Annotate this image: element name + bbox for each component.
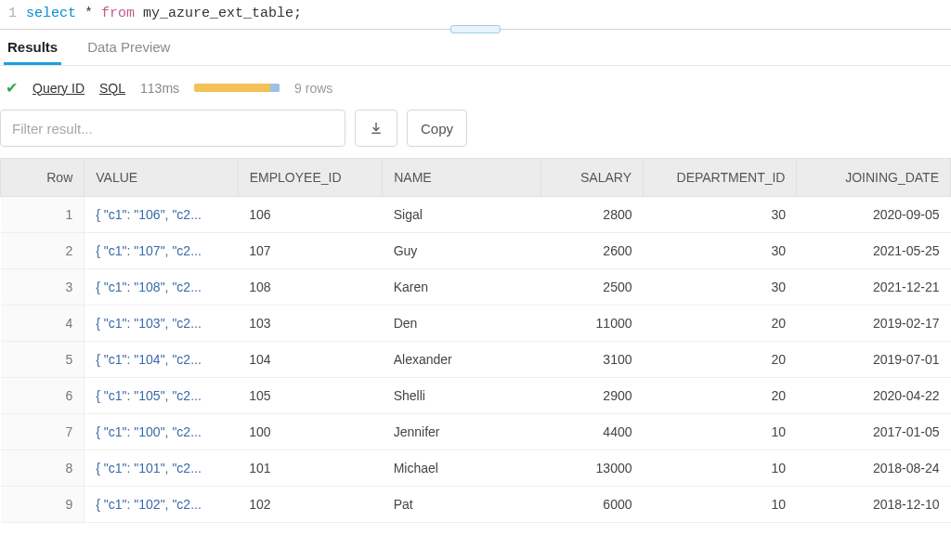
status-row: ✔ Query ID SQL 113ms 9 rows (0, 66, 951, 110)
cell-department-id: 20 (644, 306, 797, 342)
cell-employee-id: 104 (238, 342, 382, 378)
filter-input[interactable] (0, 110, 345, 147)
col-row[interactable]: Row (1, 159, 85, 197)
cell-value[interactable]: { "c1": "107", "c2... (85, 233, 238, 269)
col-joining-date[interactable]: JOINING_DATE (797, 159, 951, 197)
cell-salary: 2800 (541, 197, 643, 233)
cell-department-id: 30 (644, 233, 797, 269)
cell-department-id: 20 (644, 378, 797, 414)
cell-salary: 2600 (541, 233, 643, 269)
cell-salary: 6000 (541, 487, 643, 523)
cell-name: Pat (383, 487, 541, 523)
cell-salary: 11000 (541, 306, 643, 342)
col-salary[interactable]: SALARY (541, 159, 643, 197)
cell-rownum: 1 (1, 197, 85, 233)
col-name[interactable]: NAME (383, 159, 541, 197)
cell-name: Alexander (383, 342, 541, 378)
col-value[interactable]: VALUE (85, 159, 238, 197)
sql-editor[interactable]: 1 select * from my_azure_ext_table; (0, 0, 951, 30)
copy-button[interactable]: Copy (407, 110, 467, 147)
table-row[interactable]: 9{ "c1": "102", "c2...102Pat6000102018-1… (1, 487, 951, 523)
cell-salary: 2900 (541, 378, 643, 414)
col-department-id[interactable]: DEPARTMENT_ID (644, 159, 797, 197)
cell-value[interactable]: { "c1": "101", "c2... (85, 450, 238, 487)
table-row[interactable]: 7{ "c1": "100", "c2...100Jennifer4400102… (1, 414, 951, 450)
success-check-icon: ✔ (6, 79, 18, 97)
table-row[interactable]: 6{ "c1": "105", "c2...105Shelli290020202… (1, 378, 951, 414)
cell-value[interactable]: { "c1": "102", "c2... (85, 487, 238, 523)
cell-joining-date: 2017-01-05 (797, 414, 951, 450)
table-row[interactable]: 3{ "c1": "108", "c2...108Karen2500302021… (1, 269, 951, 306)
cell-value[interactable]: { "c1": "104", "c2... (85, 342, 238, 378)
query-duration-bar (194, 84, 280, 92)
editor-code: select * from my_azure_ext_table; (26, 6, 302, 21)
cell-employee-id: 102 (238, 487, 382, 523)
table-row[interactable]: 8{ "c1": "101", "c2...101Michael13000102… (1, 450, 951, 487)
cell-salary: 13000 (541, 450, 643, 487)
table-row[interactable]: 1{ "c1": "106", "c2...106Sigal2800302020… (1, 197, 951, 233)
query-duration: 113ms (140, 81, 179, 96)
cell-joining-date: 2019-07-01 (797, 342, 951, 378)
query-id-link[interactable]: Query ID (33, 81, 85, 96)
cell-joining-date: 2020-04-22 (797, 378, 951, 414)
row-count-label: 9 rows (294, 81, 332, 96)
cell-department-id: 30 (644, 197, 797, 233)
cell-joining-date: 2021-05-25 (797, 233, 951, 269)
cell-employee-id: 107 (238, 233, 382, 269)
cell-salary: 2500 (541, 269, 643, 306)
cell-department-id: 10 (644, 450, 797, 487)
cell-name: Guy (383, 233, 541, 269)
cell-joining-date: 2020-09-05 (797, 197, 951, 233)
result-tabs: Results Data Preview (0, 30, 951, 66)
cell-value[interactable]: { "c1": "103", "c2... (85, 306, 238, 342)
cell-name: Den (383, 306, 541, 342)
tab-results[interactable]: Results (4, 30, 61, 65)
cell-rownum: 3 (1, 269, 85, 306)
cell-rownum: 9 (1, 487, 85, 523)
cell-joining-date: 2018-12-10 (797, 487, 951, 523)
cell-joining-date: 2021-12-21 (797, 269, 951, 306)
kw-from: from (101, 6, 135, 21)
cell-name: Sigal (383, 197, 541, 233)
results-table: Row VALUE EMPLOYEE_ID NAME SALARY DEPART… (0, 158, 951, 523)
table-row[interactable]: 5{ "c1": "104", "c2...104Alexander310020… (1, 342, 951, 378)
cell-employee-id: 105 (238, 378, 382, 414)
cell-rownum: 8 (1, 450, 85, 487)
cell-rownum: 2 (1, 233, 85, 269)
cell-joining-date: 2019-02-17 (797, 306, 951, 342)
cell-rownum: 5 (1, 342, 85, 378)
cell-department-id: 10 (644, 414, 797, 450)
download-icon (369, 121, 384, 136)
cell-rownum: 7 (1, 414, 85, 450)
cell-department-id: 10 (644, 487, 797, 523)
table-row[interactable]: 4{ "c1": "103", "c2...103Den11000202019-… (1, 306, 951, 342)
cell-value[interactable]: { "c1": "105", "c2... (85, 378, 238, 414)
cell-salary: 4400 (541, 414, 643, 450)
cell-employee-id: 103 (238, 306, 382, 342)
pane-resize-handle[interactable] (450, 25, 501, 33)
cell-rownum: 4 (1, 306, 85, 342)
cell-name: Shelli (383, 378, 541, 414)
cell-value[interactable]: { "c1": "108", "c2... (85, 269, 238, 306)
cell-name: Jennifer (383, 414, 541, 450)
sql-link[interactable]: SQL (99, 81, 125, 96)
cell-value[interactable]: { "c1": "106", "c2... (85, 197, 238, 233)
table-row[interactable]: 2{ "c1": "107", "c2...107Guy2600302021-0… (1, 233, 951, 269)
cell-employee-id: 100 (238, 414, 382, 450)
kw-select: select (26, 6, 76, 21)
cell-employee-id: 101 (238, 450, 382, 487)
table-header-row: Row VALUE EMPLOYEE_ID NAME SALARY DEPART… (1, 159, 951, 197)
cell-department-id: 30 (644, 269, 797, 306)
cell-value[interactable]: { "c1": "100", "c2... (85, 414, 238, 450)
cell-employee-id: 106 (238, 197, 382, 233)
download-button[interactable] (355, 110, 397, 147)
cell-name: Michael (383, 450, 541, 487)
cell-rownum: 6 (1, 378, 85, 414)
result-controls: Copy (0, 110, 951, 158)
editor-line-number: 1 (0, 6, 26, 21)
tab-data-preview[interactable]: Data Preview (84, 30, 174, 65)
cell-salary: 3100 (541, 342, 643, 378)
cell-name: Karen (383, 269, 541, 306)
col-employee-id[interactable]: EMPLOYEE_ID (238, 159, 382, 197)
cell-employee-id: 108 (238, 269, 382, 306)
